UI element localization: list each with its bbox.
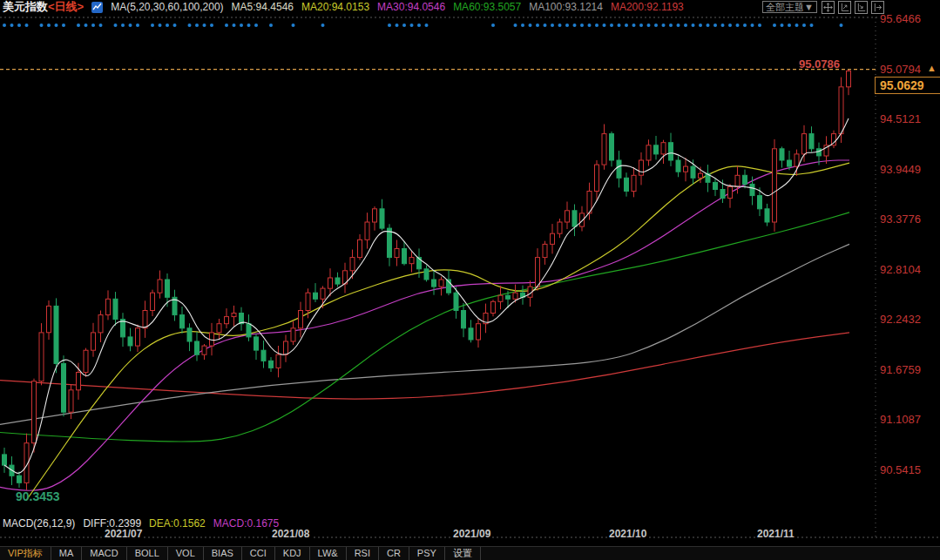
indicator-tab-kdj[interactable]: KDJ [275,547,310,560]
ma5-line [4,118,849,473]
x-axis-label: 2021/11 [755,528,796,540]
ma-legend-item: MA30:94.0546 [377,1,445,13]
x-axis-label: 2021/10 [607,528,648,540]
ma200-line [0,333,849,399]
x-axis-label: 2021/07 [103,528,144,540]
ma-legend-item: MA60:93.5057 [453,1,521,13]
price-up-arrow-icon: ▲ [927,63,937,73]
indicator-tab-lw[interactable]: LW& [310,547,347,560]
candles [3,70,851,490]
header-right-tools: 全部主题▼ [762,1,940,14]
ma-legend-item: MA100:93.1214 [529,1,603,13]
indicator-tab-cr[interactable]: CR [379,547,409,560]
legend-bar: 美元指数<日线> MA(5,20,30,60,100,200) MA5:94.4… [0,0,940,14]
ma-legend-item: MA200:92.1193 [611,1,684,13]
x-axis-label: 2021/08 [270,528,311,540]
indicator-tab-rsi[interactable]: RSI [347,547,379,560]
y-axis-label: 93.9449 [880,164,937,176]
plot-borders [0,17,940,537]
pan-icon[interactable] [822,1,835,14]
y-axis-label: 94.5121 [880,113,937,125]
chart-tool-buttons [822,1,884,14]
indicator-tab-vip[interactable]: VIP指标 [0,547,51,560]
symbol-name: 美元指数 [3,0,48,13]
indicator-tab-psy[interactable]: PSY [409,547,445,560]
ma20-line [26,163,849,501]
prev-high-label: 95.0786 [799,57,840,71]
symbol-title: 美元指数<日线> [3,0,84,15]
macd-params-label: MACD(26,12,9) [3,517,75,530]
indicator-tab-ma[interactable]: MA [51,547,83,560]
y-axis-label: 91.6759 [880,364,937,376]
indicator-tab-macd[interactable]: MACD [82,547,126,560]
indicator-tab-bias[interactable]: BIAS [204,547,242,560]
y-axis-label: 93.3776 [880,213,937,226]
ma-legend-item: MA5:94.4546 [232,1,294,13]
ma-legend-list: MA5:94.4546MA20:94.0153MA30:94.0546MA60:… [232,1,684,13]
indicator-tab-boll[interactable]: BOLL [127,547,168,560]
ma60-line [0,213,849,442]
period-label: <日线> [48,0,84,13]
ma-legend-item: MA20:94.0153 [301,1,369,13]
macd-macd-value: MACD:0.1675 [213,517,279,530]
indicator-toolbar: VIP指标MAMACDBOLLVOLBIASCCIKDJLW&RSICRPSY设… [0,546,940,560]
y-axis-label: 92.2432 [880,314,937,326]
macd-dea-value: DEA:0.1562 [149,517,206,530]
y-axis-scale-icon[interactable] [838,1,851,14]
indicator-tab-[interactable]: 设置 [445,547,481,560]
x-axis-label: 2021/09 [451,528,492,540]
y-axis-label: 91.1087 [880,414,937,426]
indicator-tab-cci[interactable]: CCI [242,547,275,560]
y-axis-label: 92.8104 [880,264,937,276]
trading-app-window: 美元指数<日线> MA(5,20,30,60,100,200) MA5:94.4… [0,0,940,560]
indicator-tab-vol[interactable]: VOL [168,547,204,560]
event-marker-dots [3,24,843,27]
ma30-line [0,160,849,490]
theme-dropdown-button[interactable]: 全部主题▼ [762,1,817,13]
x-axis-scale-icon[interactable] [855,1,868,14]
y-axis-label: 95.6466 [880,13,937,25]
kline-chart-icon [91,2,103,13]
shift-right-icon[interactable] [871,1,884,14]
ma-settings-label: MA(5,20,30,60,100,200) [111,1,223,13]
low-price-label: 90.3453 [16,489,60,503]
y-axis-label: 90.5415 [880,464,937,476]
current-price-box: 95.0629 [875,77,940,94]
price-chart-svg[interactable] [0,0,940,560]
